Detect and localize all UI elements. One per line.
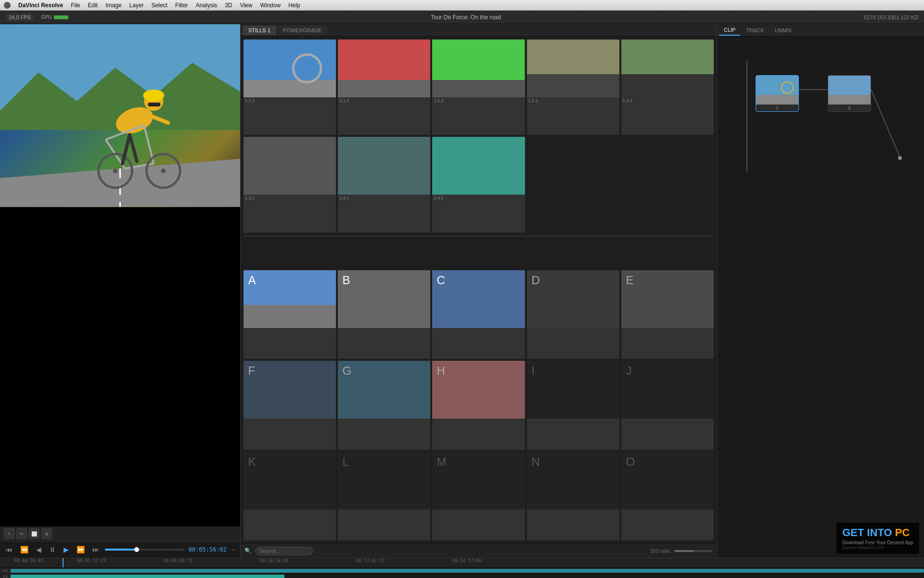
- menu-view[interactable]: View: [240, 2, 253, 9]
- svg-rect-67: [828, 76, 871, 95]
- still-item-M[interactable]: M: [432, 452, 525, 540]
- still-item[interactable]: 1.1.3: [432, 39, 525, 135]
- menu-layer[interactable]: Layer: [129, 2, 144, 9]
- svg-rect-29: [621, 74, 714, 97]
- still-item-L[interactable]: L: [338, 452, 430, 540]
- still-item[interactable]: 1.4.2: [432, 137, 525, 232]
- timecode-display: 00:05:56:02: [189, 546, 227, 553]
- go-to-end-button[interactable]: ⏭: [90, 545, 101, 554]
- svg-text:N: N: [531, 455, 539, 468]
- app-name[interactable]: DaVinci Resolve: [18, 2, 63, 9]
- svg-rect-20: [244, 80, 336, 97]
- progress-bar-thumb: [134, 547, 139, 552]
- svg-text:F: F: [248, 364, 256, 377]
- stills-zoom-slider[interactable]: [674, 550, 713, 552]
- stills-search-input[interactable]: [255, 547, 313, 555]
- still-item[interactable]: 1.1.2: [338, 39, 430, 135]
- search-icon: 🔍: [244, 548, 251, 554]
- pause-button[interactable]: ⏸: [47, 545, 58, 554]
- still-item-E[interactable]: E: [621, 270, 714, 359]
- progress-bar-container[interactable]: [105, 549, 185, 551]
- svg-point-6: [143, 90, 164, 101]
- menu-3d[interactable]: 3D: [225, 2, 232, 9]
- svg-text:M: M: [437, 455, 447, 468]
- svg-rect-24: [432, 39, 525, 80]
- menu-image[interactable]: Image: [105, 2, 121, 9]
- menu-window[interactable]: Window: [260, 2, 281, 9]
- timecode-mode-icon[interactable]: ↔: [231, 546, 236, 553]
- svg-rect-32: [432, 137, 525, 195]
- tab-unmix[interactable]: UNMIX: [770, 26, 796, 35]
- rewind-button[interactable]: ⏪: [18, 545, 30, 554]
- playhead[interactable]: [63, 558, 64, 567]
- menu-filter[interactable]: Filter: [175, 2, 188, 9]
- menu-file[interactable]: File: [71, 2, 80, 9]
- play-button[interactable]: ▶: [62, 545, 71, 554]
- still-item-H[interactable]: H: [432, 361, 525, 449]
- svg-rect-38: [432, 270, 525, 328]
- still-item-N[interactable]: N: [527, 452, 619, 540]
- preview-panel: ↖ ✏ ⬜ ⊕ ⏮ ⏪ ◀ ⏸ ▶ ⏩ ⏭ 00:05:56:02 ↔: [0, 24, 241, 558]
- ruler-mark: 00:04:56:02: [14, 558, 43, 563]
- svg-text:L: L: [343, 455, 349, 468]
- svg-text:O: O: [626, 455, 635, 468]
- tab-powergrade[interactable]: POWERGRADE: [277, 26, 328, 35]
- menu-select[interactable]: Select: [152, 2, 167, 9]
- still-item-C[interactable]: C: [432, 270, 525, 359]
- stills-tabs: STILLS 1 POWERGRADE: [241, 24, 717, 37]
- still-item-F[interactable]: F: [244, 361, 336, 449]
- menubar: DaVinci Resolve File Edit Image Layer Se…: [0, 0, 924, 11]
- still-item-B[interactable]: B: [338, 270, 430, 359]
- step-back-button[interactable]: ◀: [34, 545, 43, 554]
- node-panel: CLIP TRACK UNMIX 1 2: [717, 24, 924, 558]
- still-item-G[interactable]: G: [338, 361, 430, 449]
- project-title: Tour De Force: On the road: [76, 14, 856, 21]
- tab-clip[interactable]: CLIP: [719, 25, 740, 36]
- gpu-label: GPU: [41, 14, 52, 20]
- preview-video[interactable]: [0, 24, 240, 526]
- gpu-bar-fill: [54, 15, 68, 19]
- svg-rect-33: [244, 270, 336, 305]
- ruler-mark: 00:06:12:23: [77, 558, 106, 563]
- tool-edit[interactable]: ✏: [16, 528, 27, 539]
- tab-track[interactable]: TRACK: [741, 26, 769, 35]
- still-item[interactable]: 1.3.2: [244, 137, 336, 232]
- still-item[interactable]: 1.3.1: [621, 39, 714, 135]
- tool-crop[interactable]: ⬜: [29, 528, 39, 539]
- still-item[interactable]: 1.1.1: [244, 39, 336, 135]
- menu-help[interactable]: Help: [288, 2, 300, 9]
- fast-forward-button[interactable]: ⏩: [75, 545, 87, 554]
- still-item-D[interactable]: D: [527, 270, 619, 359]
- progress-bar: [105, 549, 137, 551]
- still-item-I[interactable]: I: [527, 361, 619, 449]
- track-v5[interactable]: [11, 568, 924, 574]
- still-item[interactable]: 1.4.1: [338, 137, 430, 232]
- node-canvas[interactable]: 1 2: [717, 37, 924, 558]
- node-item-1[interactable]: 1: [756, 75, 799, 112]
- still-item-O[interactable]: O: [621, 452, 714, 540]
- svg-rect-46: [338, 361, 430, 419]
- still-item[interactable]: 1.2.1: [527, 39, 619, 135]
- tool-arrow[interactable]: ↖: [4, 528, 14, 539]
- go-to-start-button[interactable]: ⏮: [4, 545, 14, 554]
- node-item-2[interactable]: 2: [828, 75, 871, 112]
- stills-panel: STILLS 1 POWERGRADE 1.1.1 1.1.2 1.1.3 1.…: [241, 24, 717, 558]
- still-item-A[interactable]: A: [244, 270, 336, 359]
- menu-edit[interactable]: Edit: [88, 2, 98, 9]
- svg-rect-40: [527, 270, 619, 328]
- svg-point-16: [161, 169, 166, 173]
- tab-stills-1[interactable]: STILLS 1: [243, 26, 276, 35]
- svg-rect-62: [621, 452, 714, 510]
- track-v4[interactable]: [11, 574, 924, 578]
- svg-rect-22: [338, 39, 430, 80]
- svg-rect-26: [527, 39, 619, 74]
- svg-rect-23: [338, 80, 430, 97]
- menu-analysis[interactable]: Analysis: [196, 2, 218, 9]
- main-layout: ↖ ✏ ⬜ ⊕ ⏮ ⏪ ◀ ⏸ ▶ ⏩ ⏭ 00:05:56:02 ↔ STIL…: [0, 24, 924, 558]
- still-item-K[interactable]: K: [244, 452, 336, 540]
- svg-text:D: D: [531, 274, 539, 287]
- track-label-v4: V4: [0, 574, 11, 578]
- still-item-J[interactable]: J: [621, 361, 714, 449]
- tool-mask[interactable]: ⊕: [41, 528, 52, 539]
- stills-count: 350 stills: [650, 548, 670, 554]
